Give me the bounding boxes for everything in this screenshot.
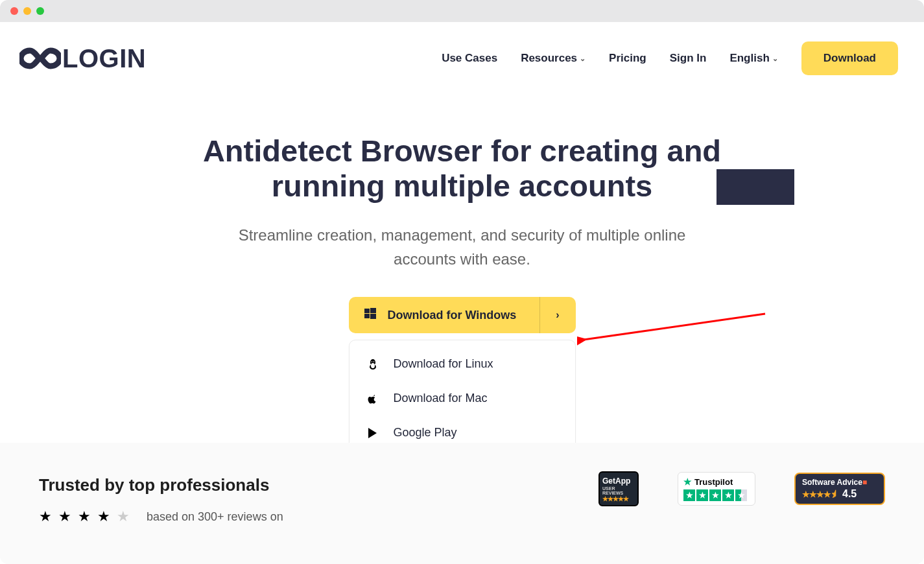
download-primary-label: Download for Windows <box>388 309 517 322</box>
download-option-label: Download for Linux <box>394 357 493 371</box>
linux-icon <box>366 358 379 370</box>
windows-icon <box>364 308 376 323</box>
badge-accent-icon: ■ <box>862 478 867 487</box>
badge-sa-score: 4.5 <box>842 488 857 500</box>
badge-trustpilot-name: Trustpilot <box>694 477 733 487</box>
star-filled-icon: ★ <box>39 508 52 525</box>
infinity-logo-icon <box>19 45 61 71</box>
rating-stars: ★ ★ ★ ★ ★ <box>39 508 130 525</box>
hero-section: Antidetect Browser for creating and runn… <box>0 134 924 491</box>
trustpilot-rating-boxes: ★★★★★ <box>683 489 750 501</box>
window-zoom-icon[interactable] <box>36 7 44 15</box>
logo-text: LOGIN <box>62 44 146 73</box>
star-filled-icon: ★ <box>58 508 71 525</box>
window-close-icon[interactable] <box>10 7 18 15</box>
nav-language[interactable]: English ⌄ <box>729 52 777 65</box>
chevron-down-icon: ⌄ <box>772 54 778 63</box>
star-filled-icon: ★ <box>78 508 91 525</box>
hero-subtitle: Streamline creation, management, and sec… <box>235 223 689 271</box>
trust-review-text: based on 300+ reviews on <box>147 510 283 524</box>
star-empty-icon: ★ <box>117 508 130 525</box>
download-button[interactable]: Download <box>801 41 898 75</box>
download-option-mac[interactable]: Download for Mac <box>349 381 575 416</box>
svg-point-6 <box>371 363 375 368</box>
chevron-down-icon: ⌄ <box>580 54 586 63</box>
svg-rect-1 <box>370 308 376 313</box>
chevron-right-icon: › <box>556 309 559 321</box>
nav-sign-in[interactable]: Sign In <box>670 52 707 65</box>
svg-rect-0 <box>364 309 370 313</box>
review-badges: GetApp USER REVIEWS ★★★★★ ★ Trustpilot ★… <box>598 471 885 506</box>
site-header: LOGIN Use Cases Resources ⌄ Pricing Sign… <box>0 22 924 82</box>
badge-software-advice[interactable]: Software Advice■ ★★★★⯨ 4.5 <box>794 473 885 505</box>
window-minimize-icon[interactable] <box>23 7 31 15</box>
google-play-icon <box>366 427 379 439</box>
badge-getapp[interactable]: GetApp USER REVIEWS ★★★★★ <box>598 471 639 506</box>
nav-resources[interactable]: Resources ⌄ <box>521 52 586 65</box>
badge-stars-icon: ★★★★★ <box>602 495 635 502</box>
hero-title: Antidetect Browser for creating and runn… <box>171 134 754 204</box>
download-option-label: Google Play <box>394 426 457 440</box>
trustpilot-star-icon: ★ <box>683 476 692 487</box>
brand-logo[interactable]: LOGIN <box>19 44 146 73</box>
hero-decorative-block <box>717 169 794 205</box>
main-nav: Use Cases Resources ⌄ Pricing Sign In En… <box>442 41 898 75</box>
download-option-label: Download for Mac <box>394 392 488 405</box>
badge-trustpilot[interactable]: ★ Trustpilot ★★★★★ <box>678 472 755 506</box>
window-titlebar <box>0 0 924 22</box>
badge-sa-name: Software Advice <box>802 478 862 487</box>
download-option-linux[interactable]: Download for Linux <box>349 347 575 381</box>
nav-use-cases[interactable]: Use Cases <box>442 52 497 65</box>
svg-point-7 <box>371 361 372 362</box>
trust-section: Trusted by top professionals ★ ★ ★ ★ ★ b… <box>0 443 924 564</box>
badge-stars-icon: ★★★★⯨ <box>802 489 838 499</box>
apple-icon <box>366 393 379 405</box>
svg-point-8 <box>373 361 374 362</box>
badge-getapp-sub: USER REVIEWS <box>602 486 635 495</box>
badge-getapp-name: GetApp <box>602 476 630 486</box>
download-expand-button[interactable]: › <box>539 297 576 333</box>
svg-rect-3 <box>370 314 376 319</box>
download-primary-button[interactable]: Download for Windows › <box>349 297 576 333</box>
star-filled-icon: ★ <box>97 508 110 525</box>
svg-rect-2 <box>364 314 370 318</box>
nav-pricing[interactable]: Pricing <box>609 52 646 65</box>
